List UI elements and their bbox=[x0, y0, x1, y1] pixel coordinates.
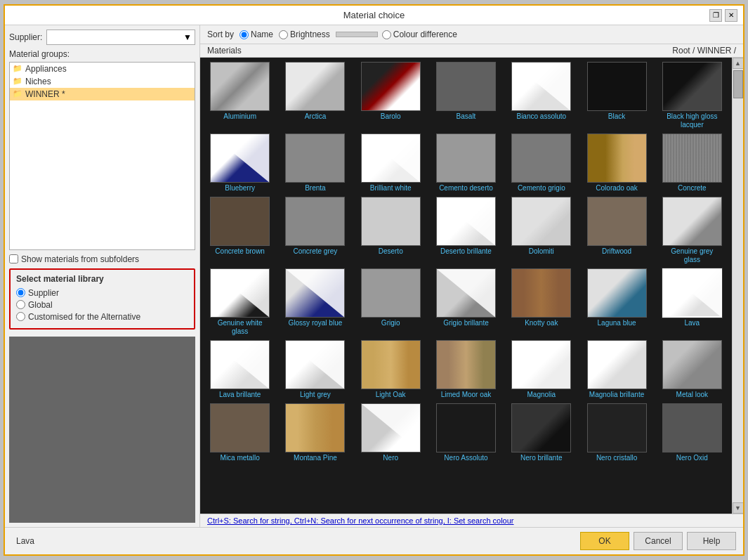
tree-item-label: Appliances bbox=[25, 64, 67, 74]
material-item[interactable]: Driftwood bbox=[579, 195, 653, 266]
material-item[interactable]: Cemento grigio bbox=[504, 132, 578, 194]
title-bar-controls: ❐ ✕ bbox=[709, 9, 737, 22]
sort-colour-diff-label: Colour difference bbox=[393, 30, 457, 39]
svg-marker-3 bbox=[437, 197, 496, 246]
material-item[interactable]: Brilliant white bbox=[354, 132, 428, 194]
material-groups-tree[interactable]: 📁 Appliances 📁 Niches 📁 WINNER * bbox=[9, 62, 195, 250]
dropdown-arrow: ▼ bbox=[183, 32, 192, 42]
material-item[interactable]: Nero Assoluto bbox=[429, 402, 503, 464]
tree-item-label: Niches bbox=[25, 77, 51, 86]
tree-item-winner[interactable]: 📁 WINNER * bbox=[10, 88, 195, 100]
material-item[interactable]: Glossy royal blue bbox=[278, 267, 352, 337]
select-library-title: Select material library bbox=[16, 274, 188, 284]
material-item[interactable]: Barolo bbox=[354, 60, 428, 131]
materials-header-left: Materials bbox=[207, 46, 242, 56]
svg-marker-9 bbox=[286, 341, 345, 389]
scroll-up-button[interactable]: ▲ bbox=[733, 58, 744, 69]
material-name: Nero Assoluto bbox=[444, 454, 487, 462]
material-item[interactable]: Nero bbox=[354, 402, 428, 464]
status-bar-text: Ctrl+S: Search for string, Ctrl+N: Searc… bbox=[207, 516, 514, 525]
library-option-supplier[interactable]: Supplier bbox=[16, 288, 188, 298]
material-name: Basalt bbox=[457, 112, 476, 121]
material-item[interactable]: Concrete brown bbox=[203, 195, 277, 266]
material-groups-label: Material groups: bbox=[9, 49, 195, 59]
material-name: Brenta bbox=[305, 184, 325, 193]
material-item[interactable]: Montana Pine bbox=[278, 402, 352, 464]
tree-item-appliances[interactable]: 📁 Appliances bbox=[10, 63, 195, 75]
tree-item-niches[interactable]: 📁 Niches bbox=[10, 75, 195, 88]
material-item[interactable]: Limed Moor oak bbox=[429, 339, 503, 401]
ok-button[interactable]: OK bbox=[580, 532, 629, 550]
material-name: Driftwood bbox=[602, 247, 631, 256]
scrollbar-thumb[interactable] bbox=[733, 70, 743, 98]
sort-name-radio[interactable] bbox=[240, 30, 249, 39]
material-item[interactable]: Knotty oak bbox=[504, 267, 578, 337]
material-item[interactable]: Lava bbox=[655, 267, 729, 337]
material-item[interactable]: Laguna blue bbox=[579, 267, 653, 337]
material-item[interactable]: Blueberry bbox=[203, 132, 277, 194]
material-item[interactable]: Colorado oak bbox=[579, 132, 653, 194]
svg-marker-1 bbox=[211, 134, 270, 183]
material-item[interactable]: Arctica bbox=[278, 60, 352, 131]
materials-header-right: Root / WINNER / bbox=[672, 46, 736, 56]
sort-colour-diff-option[interactable]: Colour difference bbox=[382, 30, 457, 39]
material-item[interactable]: Black high gloss lacquer bbox=[655, 60, 729, 131]
sort-brightness-option[interactable]: Brightness bbox=[279, 30, 330, 39]
material-item[interactable]: Genuine grey glass bbox=[655, 195, 729, 266]
material-name: Concrete bbox=[678, 184, 707, 193]
show-subfolders-checkbox[interactable] bbox=[9, 254, 18, 263]
close-button[interactable]: ✕ bbox=[725, 9, 737, 22]
material-item[interactable]: Concrete bbox=[655, 132, 729, 194]
library-radio-supplier[interactable] bbox=[16, 288, 25, 297]
material-item[interactable]: Black bbox=[579, 60, 653, 131]
color-preview bbox=[9, 337, 195, 523]
scroll-down-button[interactable]: ▼ bbox=[733, 502, 744, 514]
material-name: Concrete grey bbox=[294, 247, 338, 256]
material-item[interactable]: Nero Oxid bbox=[655, 402, 729, 464]
material-item[interactable]: Brenta bbox=[278, 132, 352, 194]
materials-grid-container[interactable]: AluminiumArcticaBaroloBasaltBianco assol… bbox=[200, 58, 732, 514]
material-item[interactable]: Dolomiti bbox=[504, 195, 578, 266]
material-choice-dialog: Material choice ❐ ✕ Supplier: ▼ Material… bbox=[4, 4, 744, 556]
supplier-dropdown[interactable]: ▼ bbox=[46, 30, 195, 45]
material-item[interactable]: Nero cristallo bbox=[579, 402, 653, 464]
library-option-global[interactable]: Global bbox=[16, 300, 188, 310]
material-item[interactable]: Light Oak bbox=[354, 339, 428, 401]
material-item[interactable]: Concrete grey bbox=[278, 195, 352, 266]
help-button[interactable]: Help bbox=[687, 532, 736, 550]
sort-colour-diff-radio[interactable] bbox=[382, 30, 391, 39]
sort-brightness-radio[interactable] bbox=[279, 30, 288, 39]
material-item[interactable]: Genuine white glass bbox=[203, 267, 277, 337]
library-radio-customised[interactable] bbox=[16, 312, 25, 321]
material-name: Black bbox=[608, 112, 625, 121]
sort-name-option[interactable]: Name bbox=[240, 30, 273, 39]
materials-header: Materials Root / WINNER / bbox=[200, 44, 743, 58]
svg-marker-6 bbox=[437, 269, 496, 318]
restore-button[interactable]: ❐ bbox=[709, 9, 722, 22]
material-name: Arctica bbox=[305, 112, 327, 121]
material-item[interactable]: Grigio bbox=[354, 267, 428, 337]
material-name: Deserto brillante bbox=[440, 247, 492, 256]
material-item[interactable]: Basalt bbox=[429, 60, 503, 131]
material-item[interactable]: Deserto bbox=[354, 195, 428, 266]
material-item[interactable]: Grigio brillante bbox=[429, 267, 503, 337]
cancel-button[interactable]: Cancel bbox=[634, 532, 683, 550]
material-item[interactable]: Lava brillante bbox=[203, 339, 277, 401]
show-subfolders-row[interactable]: Show materials from subfolders bbox=[9, 254, 195, 264]
material-item[interactable]: Light grey bbox=[278, 339, 352, 401]
material-item[interactable]: Deserto brillante bbox=[429, 195, 503, 266]
material-item[interactable]: Aluminium bbox=[203, 60, 277, 131]
left-panel: Supplier: ▼ Material groups: 📁 Appliance… bbox=[5, 25, 200, 527]
library-option-customised[interactable]: Customised for the Alternative bbox=[16, 312, 188, 322]
material-item[interactable]: Metal look bbox=[655, 339, 729, 401]
material-item[interactable]: Nero brillante bbox=[504, 402, 578, 464]
material-item[interactable]: Cemento deserto bbox=[429, 132, 503, 194]
material-item[interactable]: Bianco assoluto bbox=[504, 60, 578, 131]
material-name: Glossy royal blue bbox=[289, 319, 343, 327]
material-item[interactable]: Magnolia brillante bbox=[579, 339, 653, 401]
library-label-global: Global bbox=[28, 300, 53, 310]
library-radio-global[interactable] bbox=[16, 300, 25, 309]
material-item[interactable]: Magnolia bbox=[504, 339, 578, 401]
colour-diff-slider[interactable] bbox=[336, 32, 378, 37]
material-item[interactable]: Mica metallo bbox=[203, 402, 277, 464]
